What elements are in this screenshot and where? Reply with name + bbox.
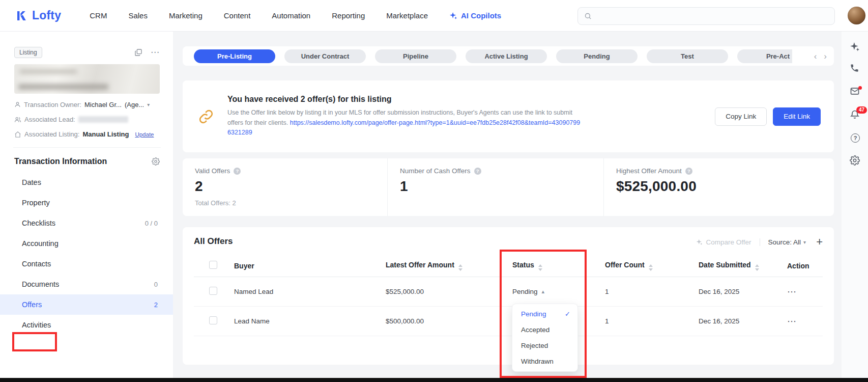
chevron-down-icon[interactable]: ▾ (147, 102, 150, 107)
col-buyer[interactable]: Buyer (234, 262, 386, 270)
nav-marketplace[interactable]: Marketplace (386, 11, 428, 20)
row-actions-icon[interactable]: ⋯ (787, 316, 797, 326)
user-avatar[interactable] (848, 7, 865, 24)
status-dropdown-menu: Pending ✓ Accepted Rejected Withdrawn (512, 304, 578, 372)
sparkle-icon (449, 12, 457, 20)
stage-pending[interactable]: Pending (556, 49, 638, 63)
help-circle-icon[interactable]: ? (474, 168, 481, 175)
sort-icon (755, 264, 759, 271)
mail-alert-dot (858, 86, 862, 90)
sort-icon (458, 264, 462, 271)
people-icon (14, 116, 21, 123)
associated-lead-value-redacted (78, 116, 128, 123)
help-icon[interactable]: ? (850, 133, 861, 144)
sidebar-item-dates[interactable]: Dates (0, 172, 173, 193)
date-cell: Dec 16, 2025 (699, 317, 781, 325)
global-search[interactable] (577, 7, 835, 25)
house-icon (14, 131, 21, 138)
buyer-cell[interactable]: Lead Name (234, 317, 386, 325)
nav-crm[interactable]: CRM (90, 11, 107, 20)
cash-offers-label: Number of Cash Offers (400, 167, 471, 175)
sidebar-item-activities[interactable]: Activities (0, 315, 173, 335)
nav-sales[interactable]: Sales (128, 11, 148, 20)
help-circle-icon[interactable]: ? (685, 168, 692, 175)
buyer-cell[interactable]: Named Lead (234, 288, 386, 295)
check-icon: ✓ (565, 310, 570, 318)
brand-name: Lofty (32, 9, 61, 22)
offer-link-card: You have received 2 offer(s) for this li… (183, 80, 834, 152)
copy-link-button[interactable]: Copy Link (715, 107, 767, 126)
row-checkbox[interactable] (209, 287, 217, 295)
col-date-submitted[interactable]: Date Submitted (699, 261, 781, 271)
nav-content[interactable]: Content (224, 11, 251, 20)
stage-pre-act[interactable]: Pre-Act (737, 49, 792, 63)
stage-active-listing[interactable]: Active Listing (466, 49, 547, 63)
select-all-checkbox[interactable] (209, 261, 217, 269)
valid-offers-value: 2 (195, 178, 387, 195)
table-row: Lead Name $500,000.00 1 Dec 16, 2025 ⋯ (194, 307, 823, 336)
status-option-pending[interactable]: Pending ✓ (512, 306, 577, 322)
edit-link-button[interactable]: Edit Link (773, 107, 821, 126)
divider (760, 238, 760, 246)
sidebar-item-checklists[interactable]: Checklists0 / 0 (0, 213, 173, 233)
offer-stats-card: Valid Offers ? 2 Total Offers: 2 Number … (183, 158, 834, 216)
ai-assistant-icon[interactable] (850, 42, 861, 53)
source-filter-dropdown[interactable]: Source: All ▾ (768, 238, 806, 246)
nav-ai-copilots[interactable]: AI Copilots (449, 11, 501, 20)
highest-offer-value: $525,000.00 (616, 178, 834, 195)
update-listing-link[interactable]: Update (135, 131, 154, 138)
offer-link-title: You have received 2 offer(s) for this li… (227, 95, 584, 104)
stage-pipeline-bar: Pre-Listing Under Contract Pipeline Acti… (183, 46, 834, 66)
copy-icon[interactable] (134, 48, 142, 57)
transaction-owner-value[interactable]: Michael Gr... (84, 101, 122, 108)
col-offer-count[interactable]: Offer Count (605, 261, 699, 271)
offers-count-badge: 2 (154, 301, 158, 309)
stages-scroll-right-icon[interactable]: › (824, 52, 827, 61)
left-sidebar: Listing ⋯ Transaction Owner: Michael Gr.… (0, 32, 173, 378)
section-gear-icon[interactable] (152, 157, 160, 166)
table-row: Named Lead $525,000.00 Pending▴ 1 Dec 16… (194, 277, 823, 307)
search-icon (584, 12, 592, 20)
sidebar-item-accounting[interactable]: Accounting (0, 233, 173, 254)
sidebar-item-property[interactable]: Property (0, 193, 173, 213)
associated-listing-label: Associated Listing: (24, 130, 79, 138)
row-actions-icon[interactable]: ⋯ (787, 287, 797, 297)
transaction-menu: Dates Property Checklists0 / 0 Accountin… (14, 172, 160, 335)
listing-type-tag[interactable]: Listing (14, 47, 42, 58)
stage-under-contract[interactable]: Under Contract (284, 49, 366, 63)
window-bottom-edge (0, 378, 868, 382)
status-option-rejected[interactable]: Rejected (512, 338, 577, 353)
all-offers-title: All Offers (194, 236, 233, 247)
settings-icon[interactable] (850, 155, 861, 167)
nav-reporting[interactable]: Reporting (332, 11, 365, 20)
col-status[interactable]: Status (512, 261, 605, 271)
cash-offers-value: 1 (400, 178, 603, 195)
add-offer-button[interactable]: + (816, 237, 823, 247)
sidebar-item-offers[interactable]: Offers2 (0, 294, 173, 315)
search-input[interactable] (596, 12, 828, 20)
stage-pre-listing[interactable]: Pre-Listing (194, 49, 275, 63)
stage-test[interactable]: Test (647, 49, 728, 63)
lofty-logo[interactable]: Lofty (15, 9, 61, 22)
stage-pipeline[interactable]: Pipeline (375, 49, 456, 63)
sidebar-item-documents[interactable]: Documents0 (0, 274, 173, 294)
more-options-icon[interactable]: ⋯ (151, 50, 160, 55)
notification-badge: 47 (856, 106, 867, 114)
compare-offer-button[interactable]: Compare Offer (696, 238, 751, 246)
phone-icon[interactable] (850, 63, 861, 74)
stages-scroll-left-icon[interactable]: ‹ (814, 52, 817, 61)
nav-marketing[interactable]: Marketing (169, 11, 202, 20)
chevron-down-icon: ▾ (803, 239, 806, 245)
valid-offers-label: Valid Offers (195, 167, 230, 175)
status-dropdown-trigger[interactable]: Pending▴ (512, 288, 605, 295)
status-option-accepted[interactable]: Accepted (512, 322, 577, 338)
row-checkbox[interactable] (209, 316, 217, 324)
sort-icon (649, 264, 653, 271)
col-latest-offer-amount[interactable]: Latest Offer Amount (386, 261, 512, 271)
nav-automation[interactable]: Automation (272, 11, 310, 20)
sparkle-icon (696, 239, 703, 245)
sidebar-item-contacts[interactable]: Contacts (0, 254, 173, 274)
chevron-up-icon: ▴ (542, 288, 545, 295)
help-circle-icon[interactable]: ? (234, 168, 241, 175)
status-option-withdrawn[interactable]: Withdrawn (512, 353, 577, 369)
